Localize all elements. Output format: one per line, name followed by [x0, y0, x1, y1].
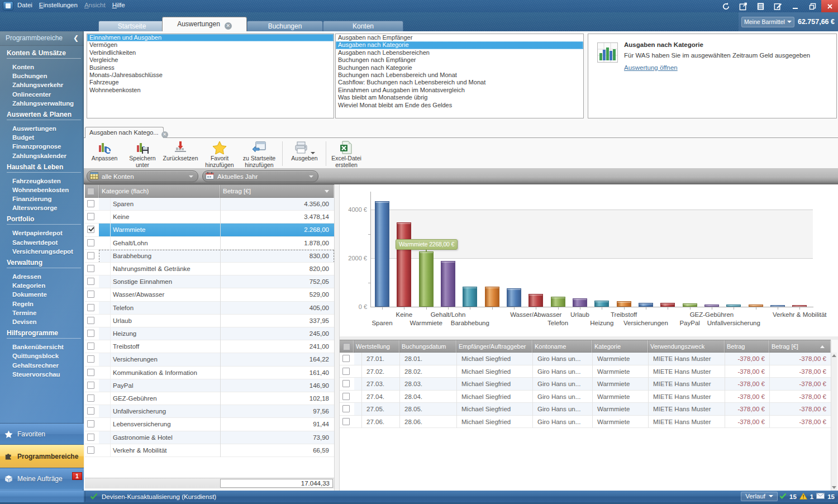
sidebar-item-onlinecenter[interactable]: Onlinecenter — [0, 90, 84, 99]
chart-bar[interactable] — [770, 305, 785, 307]
report-item[interactable]: Ausgaben nach Empfänger — [336, 34, 583, 41]
open-report-link[interactable]: Auswertung öffnen — [624, 64, 678, 71]
row-checkbox[interactable] — [87, 278, 94, 285]
accounts-filter-dropdown[interactable]: alle Konten — [87, 170, 198, 182]
report-group-item[interactable]: Wohnnebenkosten — [87, 87, 334, 94]
report-item[interactable]: Cashflow: Buchungen nach Lebensbereich u… — [336, 79, 583, 86]
chart-bar[interactable] — [660, 303, 675, 307]
category-row[interactable]: Heizung245,00 — [85, 327, 334, 340]
category-row[interactable]: Unfallversicherung97,56 — [85, 405, 334, 418]
sidebar-item-regeln[interactable]: Regeln — [0, 299, 84, 308]
report-group-item[interactable]: Vergleiche — [87, 56, 334, 64]
sidebar-item-adressen[interactable]: Adressen — [0, 272, 84, 281]
chart-bar[interactable] — [419, 251, 434, 307]
category-row[interactable]: Treibstoff241,00 — [85, 340, 334, 353]
toolbar-excel-button[interactable]: Excel-Dateierstellen — [326, 140, 367, 168]
sidebar-item-fahrzeugkosten[interactable]: Fahrzeugkosten — [0, 177, 84, 186]
chart-bar[interactable] — [617, 301, 631, 307]
report-item[interactable]: Ausgaben nach Kategorie — [336, 41, 583, 49]
reports-listbox[interactable]: Ausgaben nach EmpfängerAusgaben nach Kat… — [335, 34, 584, 118]
row-checkbox[interactable] — [87, 343, 94, 350]
toolbar-saveas-button[interactable]: Speichernunter — [122, 140, 163, 168]
report-group-item[interactable]: Verbindlichkeiten — [87, 49, 334, 56]
sidebar-item-wertpapierdepot[interactable]: Wertpapierdepot — [0, 229, 84, 237]
chart-bar[interactable] — [551, 297, 565, 307]
scroll-down-icon[interactable] — [832, 486, 836, 489]
column-header[interactable]: Buchungsdatum — [399, 340, 456, 353]
minimize-button[interactable] — [787, 0, 804, 12]
category-row[interactable]: PayPal146,90 — [85, 379, 334, 392]
row-checkbox[interactable] — [342, 355, 350, 362]
transaction-row[interactable]: 27.02.28.02.Michael SiegfriedGiro Hans u… — [340, 365, 831, 378]
category-row[interactable]: Kommunikation & Information161,40 — [85, 367, 334, 379]
panel-splitter[interactable] — [334, 184, 340, 491]
chart-bar[interactable] — [397, 222, 411, 307]
report-group-item[interactable]: Vermögen — [87, 41, 334, 49]
transaction-row[interactable]: 27.06.28.06.Michael SiegfriedGiro Hans u… — [340, 416, 831, 429]
chart-bar[interactable] — [683, 303, 697, 307]
category-row[interactable]: Nahrungsmittel & Getränke820,00 — [85, 263, 334, 275]
sidebar-item-zahlungsverwaltung[interactable]: Zahlungsverwaltung — [0, 99, 84, 108]
chart-bar[interactable] — [485, 287, 499, 307]
report-item[interactable]: Einnahmen und Ausgaben im Monatsvergleic… — [336, 87, 583, 94]
report-group-item[interactable]: Einnahmen und Ausgaben — [87, 34, 334, 41]
category-row[interactable]: Gehalt/Lohn1.878,00 — [85, 237, 334, 250]
restore-button[interactable] — [804, 0, 821, 12]
tab-auswertungen[interactable]: Auswertungen✕ — [162, 17, 247, 31]
external-link-icon[interactable] — [735, 0, 752, 12]
sidebar-item-wohnnebenkosten[interactable]: Wohnnebenkosten — [0, 186, 84, 194]
edit-icon[interactable] — [769, 0, 787, 12]
column-header[interactable]: Betrag [€] — [769, 340, 831, 353]
sidebar-item-zahlungsverkehr[interactable]: Zahlungsverkehr — [0, 80, 84, 89]
row-checkbox[interactable] — [342, 405, 350, 412]
column-header[interactable]: Wertstellung — [354, 340, 399, 353]
column-header[interactable]: Kategorie — [592, 340, 648, 353]
sidebar-item-buchungen[interactable]: Buchungen — [0, 72, 84, 80]
row-checkbox[interactable] — [87, 252, 94, 259]
row-checkbox[interactable] — [87, 213, 94, 220]
column-header[interactable]: Betrag — [725, 340, 769, 353]
chart-bar[interactable] — [704, 305, 719, 307]
row-checkbox[interactable] — [87, 291, 94, 298]
tab-konten[interactable]: Konten — [323, 21, 403, 31]
category-row[interactable]: Gastronomie & Hotel73,90 — [85, 431, 334, 444]
row-checkbox[interactable] — [87, 304, 94, 311]
row-checkbox[interactable] — [342, 418, 350, 425]
row-checkbox[interactable] — [342, 393, 350, 400]
toolbar-homeadd-button[interactable]: zu Startseitehinzufügen — [239, 140, 280, 168]
chart-bar[interactable] — [749, 305, 763, 307]
column-header-betrag[interactable]: Betrag [€] — [220, 185, 334, 198]
report-item[interactable]: Ausgaben nach Lebensbereichen — [336, 49, 583, 56]
sidebar-button-programmbereiche[interactable]: Programmbereiche — [0, 444, 84, 468]
toolbar-adjust-button[interactable]: Anpassen — [84, 140, 125, 168]
transaction-row[interactable]: 27.04.28.04.Michael SiegfriedGiro Hans u… — [340, 391, 831, 403]
chart-bar[interactable] — [594, 301, 609, 307]
report-item[interactable]: Was bleibt am Monatsende übrig — [336, 94, 583, 101]
sidebar-item-quittungsblock[interactable]: Quittungsblock — [0, 351, 84, 360]
sidebar-item-finanzprognose[interactable]: Finanzprognose — [0, 142, 84, 151]
sidebar-item-bankenübersicht[interactable]: Bankenübersicht — [0, 343, 84, 351]
category-row[interactable]: Versicherungen164,22 — [85, 353, 334, 366]
row-checkbox[interactable] — [87, 394, 94, 402]
report-group-item[interactable]: Business — [87, 64, 334, 72]
transaction-row[interactable]: 27.01.28.01.Michael SiegfriedGiro Hans u… — [340, 353, 831, 365]
row-checkbox[interactable] — [342, 368, 350, 375]
scroll-up-icon[interactable] — [832, 354, 836, 357]
report-item[interactable]: Buchungen nach Kategorie — [336, 64, 583, 72]
report-item[interactable]: Buchungen nach Lebensbereich und Monat — [336, 72, 583, 79]
row-checkbox[interactable] — [87, 446, 94, 454]
chart-bar[interactable] — [375, 201, 389, 307]
tab-close-icon[interactable]: ✕ — [225, 22, 232, 30]
toolbar-printer-button[interactable]: Ausgeben — [284, 140, 325, 168]
chart-bar[interactable] — [726, 305, 741, 307]
report-group-item[interactable]: Fahrzeuge — [87, 79, 334, 86]
tab-buchungen[interactable]: Buchungen — [247, 21, 323, 31]
report-group-item[interactable]: Monats-/Jahresabschlüsse — [87, 72, 334, 79]
report-item[interactable]: Wieviel Monat bleibt am Ende des Geldes — [336, 102, 583, 109]
sidebar-item-konten[interactable]: Konten — [0, 63, 84, 72]
sidebar-item-devisen[interactable]: Devisen — [0, 317, 84, 326]
chart-bar[interactable] — [639, 303, 653, 307]
row-checkbox[interactable] — [87, 239, 94, 246]
refresh-icon[interactable] — [717, 0, 735, 12]
account-selector-button[interactable]: Meine Barmittel — [741, 17, 794, 27]
